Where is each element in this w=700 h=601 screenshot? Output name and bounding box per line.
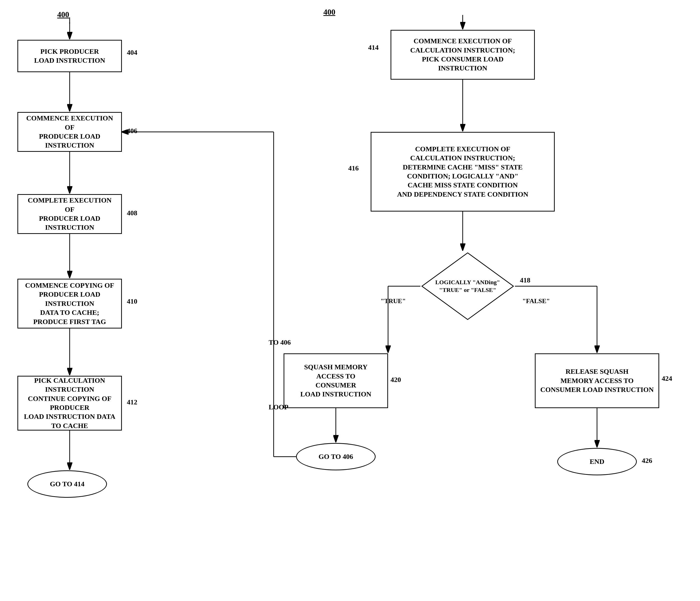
node-418-diamond: LOGICALLY "ANDing""TRUE" or "FALSE"	[420, 251, 515, 321]
node-416-label: 416	[348, 164, 359, 172]
true-label: "TRUE"	[381, 297, 406, 305]
node-412: PICK CALCULATIONINSTRUCTIONCONTINUE COPY…	[18, 376, 122, 431]
node-420-label: 420	[391, 376, 401, 384]
to406-label: TO 406	[269, 338, 291, 346]
node-404: PICK PRODUCERLOAD INSTRUCTION	[18, 40, 122, 72]
node-414: COMMENCE EXECUTION OFCALCULATION INSTRUC…	[391, 30, 535, 80]
node-408-label: 408	[127, 209, 137, 217]
node-goto406: GO TO 406	[296, 443, 376, 470]
node-418-label: 418	[520, 276, 530, 284]
node-410-label: 410	[127, 297, 137, 305]
node-404-label: 404	[127, 49, 137, 56]
node-424: RELEASE SQUASHMEMORY ACCESS TOCONSUMER L…	[535, 353, 659, 408]
flowchart-container: 400 400 PICK PRODUCERLOAD INSTRUCTION 40…	[0, 0, 700, 601]
node-410: COMMENCE COPYING OFPRODUCER LOAD INSTRUC…	[18, 279, 122, 329]
node-408: COMPLETE EXECUTIONOFPRODUCER LOAD INSTRU…	[18, 194, 122, 234]
node-420: SQUASH MEMORYACCESS TOCONSUMERLOAD INSTR…	[283, 353, 388, 408]
diagram-label-left: 400	[57, 10, 69, 19]
node-416: COMPLETE EXECUTION OFCALCULATION INSTRUC…	[371, 132, 555, 212]
node-426-label: 426	[642, 457, 652, 465]
node-406-label: 406	[127, 127, 137, 135]
node-goto414: GO TO 414	[27, 470, 107, 498]
node-412-label: 412	[127, 398, 137, 406]
node-414-label: 414	[368, 44, 379, 51]
node-426-end: END	[557, 448, 637, 475]
node-406: COMMENCE EXECUTIONOFPRODUCER LOAD INSTRU…	[18, 112, 122, 152]
diagram-label-right: 400	[323, 7, 335, 17]
loop-label: LOOP	[269, 403, 288, 411]
false-label: "FALSE"	[522, 297, 550, 305]
node-424-label: 424	[662, 375, 672, 383]
